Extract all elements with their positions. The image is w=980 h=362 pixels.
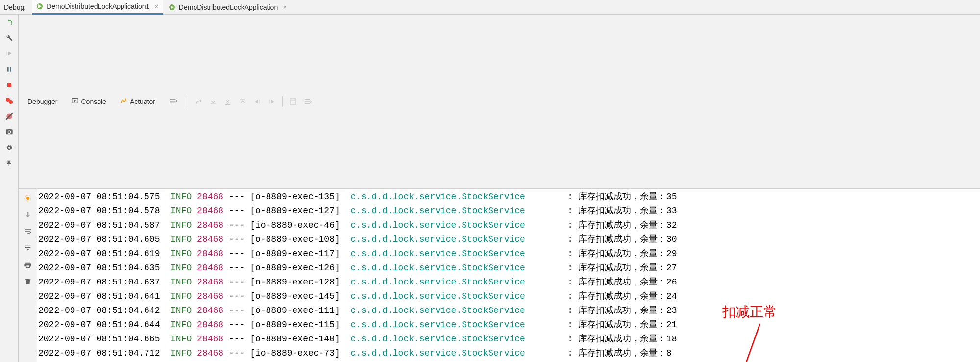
log-line: 2022-09-07 08:51:04.619 INFO 28468 --- [… bbox=[38, 247, 980, 261]
log-line: 2022-09-07 08:51:04.635 INFO 28468 --- [… bbox=[38, 261, 980, 275]
gear-icon[interactable] bbox=[4, 142, 15, 153]
tab-debugger[interactable]: Debugger bbox=[22, 96, 64, 107]
svg-rect-19 bbox=[305, 103, 310, 104]
debug-label: Debug: bbox=[4, 3, 26, 11]
run-tab-app2[interactable]: DemoDistributedLockApplication × bbox=[164, 0, 292, 15]
separator bbox=[188, 96, 188, 107]
svg-rect-17 bbox=[305, 99, 310, 100]
svg-rect-2 bbox=[6, 51, 7, 55]
log-line: 2022-09-07 08:51:04.605 INFO 28468 --- [… bbox=[38, 233, 980, 247]
svg-point-7 bbox=[9, 100, 13, 104]
step-into-icon[interactable] bbox=[207, 95, 220, 108]
console-side-toolbar bbox=[19, 189, 37, 362]
log-line: 2022-09-07 08:51:04.587 INFO 28468 --- [… bbox=[38, 218, 980, 233]
evaluate-icon[interactable] bbox=[287, 95, 299, 108]
log-line: 2022-09-07 08:51:04.744 INFO 28468 --- [… bbox=[38, 361, 980, 362]
tab-label: Debugger bbox=[27, 98, 58, 105]
svg-rect-12 bbox=[170, 99, 176, 100]
step-over-icon[interactable] bbox=[192, 95, 205, 108]
camera-icon[interactable] bbox=[4, 127, 15, 137]
svg-rect-18 bbox=[305, 101, 310, 102]
log-line: 2022-09-07 08:51:04.712 INFO 28468 --- [… bbox=[38, 346, 980, 361]
drop-frame-icon[interactable] bbox=[251, 95, 264, 108]
log-line: 2022-09-07 08:51:04.644 INFO 28468 --- [… bbox=[38, 318, 980, 332]
mute-breakpoints-icon[interactable] bbox=[4, 111, 15, 122]
print-icon[interactable] bbox=[23, 259, 33, 270]
log-line: 2022-09-07 08:51:04.575 INFO 28468 --- [… bbox=[38, 190, 980, 204]
log-line: 2022-09-07 08:51:04.641 INFO 28468 --- [… bbox=[38, 289, 980, 304]
svg-rect-4 bbox=[10, 67, 11, 71]
close-icon[interactable]: × bbox=[154, 3, 158, 10]
wrench-icon[interactable] bbox=[4, 32, 15, 43]
console-play-icon bbox=[72, 97, 78, 105]
soft-wrap-icon[interactable] bbox=[23, 226, 33, 237]
resume-icon[interactable] bbox=[4, 48, 15, 59]
force-step-into-icon[interactable] bbox=[221, 95, 234, 108]
attach-icon[interactable] bbox=[23, 193, 33, 204]
log-line: 2022-09-07 08:51:04.665 INFO 28468 --- [… bbox=[38, 332, 980, 346]
debug-tab-bar: Debug: DemoDistributedLockApplication1 ×… bbox=[0, 0, 980, 15]
clear-icon[interactable] bbox=[23, 276, 33, 287]
close-icon[interactable]: × bbox=[283, 3, 287, 11]
pause-icon[interactable] bbox=[4, 64, 15, 75]
log-line: 2022-09-07 08:51:04.578 INFO 28468 --- [… bbox=[38, 204, 980, 218]
run-tab-label: DemoDistributedLockApplication bbox=[179, 3, 278, 11]
tab-actuator[interactable]: Actuator bbox=[114, 96, 161, 107]
tab-more[interactable] bbox=[163, 95, 184, 107]
actuator-icon bbox=[120, 97, 127, 105]
down-arrow-icon[interactable] bbox=[23, 209, 33, 220]
svg-rect-13 bbox=[170, 101, 176, 102]
log-line: 2022-09-07 08:51:04.642 INFO 28468 --- [… bbox=[38, 304, 980, 318]
svg-point-20 bbox=[26, 197, 29, 200]
pin-icon[interactable] bbox=[4, 158, 15, 169]
svg-rect-14 bbox=[170, 103, 176, 103]
tab-label: Console bbox=[81, 98, 106, 105]
rerun-icon[interactable] bbox=[4, 17, 15, 27]
run-tab-label: DemoDistributedLockApplication1 bbox=[47, 2, 149, 10]
spring-run-icon bbox=[36, 2, 44, 10]
spring-run-icon bbox=[168, 3, 176, 11]
log-line: 2022-09-07 08:51:04.637 INFO 28468 --- [… bbox=[38, 275, 980, 289]
step-out-icon[interactable] bbox=[236, 95, 249, 108]
svg-point-10 bbox=[8, 131, 10, 133]
run-tab-app1[interactable]: DemoDistributedLockApplication1 × bbox=[32, 0, 163, 15]
console-output[interactable]: 2022-09-07 08:51:04.575 INFO 28468 --- [… bbox=[37, 189, 980, 362]
svg-rect-3 bbox=[7, 67, 9, 71]
stop-icon[interactable] bbox=[4, 79, 15, 90]
separator bbox=[282, 96, 283, 107]
more-icon bbox=[169, 97, 178, 106]
debug-side-toolbar bbox=[0, 15, 19, 362]
run-to-cursor-icon[interactable] bbox=[266, 95, 278, 108]
svg-rect-16 bbox=[291, 99, 295, 101]
tab-console[interactable]: Console bbox=[66, 96, 112, 107]
svg-rect-5 bbox=[7, 83, 11, 87]
view-breakpoints-icon[interactable] bbox=[4, 95, 15, 106]
trace-icon[interactable] bbox=[301, 95, 314, 108]
scroll-to-end-icon[interactable] bbox=[23, 243, 33, 254]
tab-label: Actuator bbox=[130, 98, 155, 105]
debug-secondary-toolbar: Debugger Console Actuator bbox=[19, 15, 980, 189]
